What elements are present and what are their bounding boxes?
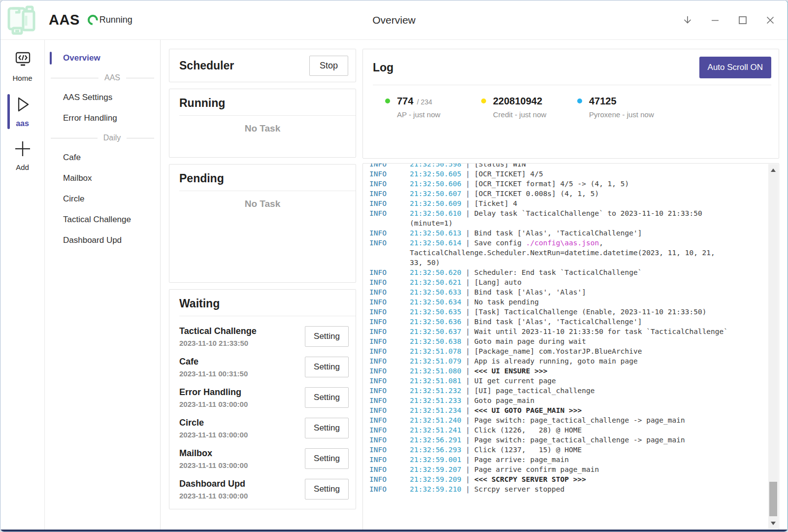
log-text-segment: Goto main page during wait (474, 337, 586, 345)
log-separator: | (461, 397, 474, 404)
log-level: INFO (369, 336, 410, 346)
triangle-down-icon (771, 522, 776, 525)
log-line: INFO21:32:50.614 | Save config ./config\… (369, 238, 762, 267)
stat-ap: 774/ 234AP - just now (385, 96, 481, 119)
log-text-segment: Bind task ['Alas', 'TacticalChallenge'] (474, 318, 642, 326)
pending-card: Pending No Task (169, 164, 356, 283)
log-line: INFO21:32:50.605 | [OCR_TICKET] 4/5 (369, 169, 762, 179)
waiting-task-row: Mailbox2023-11-11 03:00:00Setting (179, 443, 349, 474)
waiting-task-info: Tactical Challenge2023-11-10 21:33:50 (179, 326, 257, 347)
log-timestamp: 21:32:50.613 (410, 229, 461, 237)
log-text-segment: [Lang] auto (474, 278, 522, 286)
log-timestamp: 21:32:59.210 (410, 485, 461, 493)
log-timestamp: 21:32:51.234 (410, 406, 461, 414)
log-level: INFO (369, 287, 410, 297)
log-message: 21:32:56.291 | Page switch: page_tactica… (410, 435, 762, 445)
running-empty-text: No Task (169, 116, 356, 134)
waiting-task-info: Mailbox2023-11-11 03:00:00 (179, 448, 248, 469)
stat-dot-icon (385, 99, 390, 103)
waiting-task-row: Circle2023-11-11 03:00:00Setting (179, 413, 349, 443)
log-level: INFO (369, 465, 410, 474)
log-timestamp: 21:32:50.610 (410, 209, 461, 217)
log-line: INFO21:32:51.240 | Page switch: page_tac… (369, 415, 762, 425)
scrollbar-down-button[interactable] (768, 518, 778, 528)
log-text-segment: Scheduler: End task `TacticalChallenge` (474, 268, 642, 276)
minimize-button[interactable] (709, 14, 722, 27)
log-message: 21:32:50.633 | Bind task ['Alas', 'Alas'… (410, 287, 762, 297)
waiting-title: Waiting (179, 297, 220, 310)
nav-item-error-handling[interactable]: Error Handling (45, 108, 160, 129)
log-text-segment: [OCR_TICKET 0.008s] (4, 1, 5) (474, 190, 599, 198)
log-message: 21:32:50.636 | Bind task ['Alas', 'Tacti… (410, 317, 762, 327)
scrollbar-thumb[interactable] (769, 482, 777, 516)
nav-item-overview[interactable]: Overview (45, 48, 160, 68)
setting-button[interactable]: Setting (305, 448, 349, 469)
scheduler-card: Scheduler Stop (169, 49, 356, 82)
app-window: AAS Running Overview HomeaasAdd Overview… (0, 0, 788, 532)
log-separator: | (461, 268, 474, 276)
plus-icon (13, 140, 33, 161)
log-message: 21:32:51.234 | <<< UI GOTO PAGE_MAIN >>> (410, 405, 762, 415)
log-text-segment: Save config (474, 239, 526, 247)
log-timestamp: 21:32:51.078 (410, 347, 461, 355)
maximize-icon (737, 14, 749, 26)
log-text-segment: Page arrive: page_main (474, 456, 569, 464)
log-separator: | (461, 229, 474, 237)
pending-title: Pending (179, 172, 224, 185)
waiting-task-info: Cafe2023-11-11 00:31:50 (179, 357, 248, 378)
setting-button[interactable]: Setting (305, 326, 349, 347)
rail-item-home[interactable]: Home (0, 49, 44, 85)
log-text-segment: Page switch: page_tactical_challenge -> … (474, 416, 685, 424)
log-line: INFO21:32:50.635 | [Task] TacticalChalle… (369, 307, 762, 317)
log-timestamp: 21:32:59.001 (410, 456, 461, 464)
rail-item-aas[interactable]: aas (0, 92, 44, 131)
log-separator: | (461, 170, 474, 178)
log-timestamp: 21:32:50.614 (410, 239, 461, 247)
close-button[interactable] (764, 14, 777, 27)
nav-section-divider: AAS (45, 68, 160, 87)
nav-item-circle[interactable]: Circle (45, 189, 160, 209)
log-message: 21:32:50.634 | No task pending (410, 297, 762, 307)
log-level: INFO (369, 435, 410, 445)
nav-item-aas-settings[interactable]: AAS Settings (45, 87, 160, 108)
log-line: INFO21:32:50.637 | Wait until 2023-11-10… (369, 327, 762, 336)
log-message: 21:32:50.614 | Save config ./config\aas.… (410, 238, 762, 267)
log-line: INFO21:32:51.080 | <<< UI ENSURE >>> (369, 366, 762, 376)
nav-item-mailbox[interactable]: Mailbox (45, 168, 160, 189)
log-line: INFO21:32:59.210 | Scrcpy server stopped (369, 484, 762, 494)
log-timestamp: 21:32:51.240 (410, 416, 461, 424)
log-timestamp: 21:32:50.637 (410, 328, 461, 335)
waiting-task-list: Tactical Challenge2023-11-10 21:33:50Set… (169, 316, 356, 504)
log-level: INFO (369, 346, 410, 356)
log-text-segment: <<< UI GOTO PAGE_MAIN >>> (474, 406, 582, 414)
main-content: Scheduler Stop Running No Task Pending N… (161, 40, 788, 530)
log-text-segment: UI get current page (474, 377, 556, 385)
download-button[interactable] (681, 14, 694, 27)
setting-button[interactable]: Setting (305, 387, 349, 408)
log-message: 21:32:50.621 | [Lang] auto (410, 277, 762, 287)
setting-button[interactable]: Setting (305, 479, 349, 499)
window-bottom-edge (0, 530, 788, 532)
log-message: 21:32:50.598 | [Status] WIN (410, 163, 762, 169)
log-text-segment: Page arrive confirm page_main (474, 466, 599, 473)
nav-item-cafe[interactable]: Cafe (45, 147, 160, 168)
log-line: INFO21:32:50.613 | Bind task ['Alas', 'T… (369, 228, 762, 238)
log-separator: | (461, 377, 474, 385)
log-scrollbar[interactable] (768, 164, 778, 529)
left-column: Scheduler Stop Running No Task Pending N… (169, 49, 356, 530)
setting-button[interactable]: Setting (305, 357, 349, 377)
nav-item-tactical-challenge[interactable]: Tactical Challenge (45, 209, 160, 230)
stop-button[interactable]: Stop (309, 56, 348, 76)
log-separator: | (461, 357, 474, 365)
maximize-button[interactable] (736, 14, 749, 27)
log-timestamp: 21:32:50.605 (410, 170, 461, 178)
rail-item-add[interactable]: Add (0, 138, 44, 174)
setting-button[interactable]: Setting (305, 418, 349, 438)
log-text-segment: <<< SCRCPY SERVER STOP >>> (474, 475, 586, 483)
log-level: INFO (369, 474, 410, 484)
scrollbar-up-button[interactable] (768, 165, 778, 175)
log-line: INFO21:32:56.291 | Page switch: page_tac… (369, 435, 762, 445)
log-output: INFO21:32:50.598 | [Status] WININFO21:32… (363, 163, 779, 530)
nav-item-dashboard-upd[interactable]: Dashboard Upd (45, 230, 160, 251)
auto-scroll-button[interactable]: Auto Scroll ON (699, 57, 771, 78)
